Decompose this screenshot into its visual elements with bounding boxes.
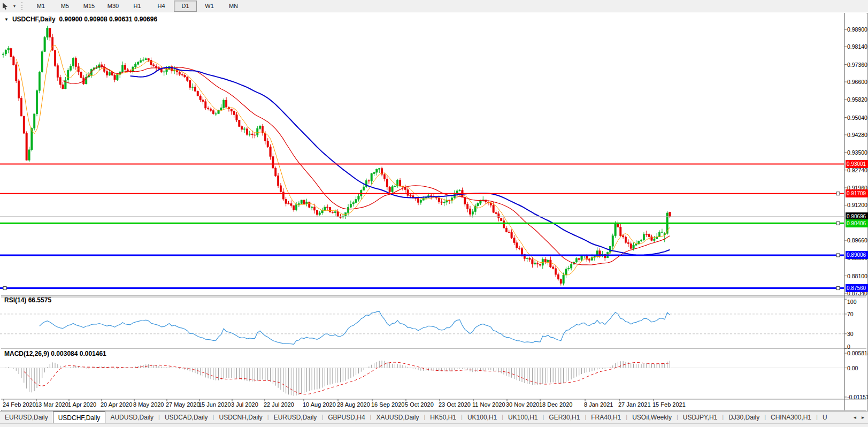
rsi-indicator-label: RSI(14) 66.5575 — [4, 296, 51, 304]
price-tick-label: 0.93500 — [847, 149, 867, 156]
date-tick-label: 27 Jan 2021 — [618, 401, 651, 408]
price-badge-0.89006: 0.89006 — [846, 251, 868, 259]
cursor-tool-button[interactable] — [0, 1, 11, 11]
chart-tab-dj30-daily[interactable]: DJ30,Daily — [724, 411, 764, 424]
price-tick-label: 0.94280 — [847, 132, 867, 138]
tab-scroll-buttons: ◄► — [851, 411, 868, 424]
tab-scroll-right[interactable]: ► — [859, 413, 867, 422]
date-tick-label: 16 Sep 2020 — [371, 401, 404, 408]
hline-handle[interactable] — [836, 254, 840, 257]
timeframe-button-H4[interactable]: H4 — [150, 1, 173, 12]
timeframe-button-M1[interactable]: M1 — [29, 1, 52, 12]
price-tick-label: 0.98900 — [847, 26, 867, 33]
chart-tab-uk100-h1[interactable]: UK100,H1 — [463, 411, 502, 424]
macd-axis-label: -0.011514 — [847, 394, 868, 400]
timeframe-button-M15[interactable]: M15 — [78, 1, 101, 12]
chart-tab-usdcnh-daily[interactable]: USDCNH,Daily — [214, 411, 267, 424]
chart-tab-uk100-h1[interactable]: UK100,H1 — [503, 411, 542, 424]
chart-tabs-bar: EURUSD,DailyUSDCHF,DailyAUDUSD,Daily|USD… — [0, 411, 868, 424]
chart-tab-gbpusd-h4[interactable]: GBPUSD,H4 — [323, 411, 370, 424]
chart-title: ▼ USDCHF,Daily 0.90900 0.90908 0.90631 0… — [4, 16, 157, 23]
toolbar-grip[interactable] — [21, 2, 25, 10]
date-tick-label: 10 Aug 2020 — [303, 401, 336, 408]
chart-tab-xauusd-daily[interactable]: XAUUSD,Daily — [371, 411, 424, 424]
macd-axis-label: 0.00 — [847, 365, 858, 371]
date-tick-label: 24 Feb 2020 — [3, 401, 36, 408]
price-tick-label: 0.95820 — [847, 96, 867, 103]
date-tick-label: 11 Nov 2020 — [472, 401, 505, 408]
date-tick-label: 30 Nov 2020 — [506, 401, 539, 408]
tab-scroll-left[interactable]: ◄ — [851, 413, 859, 422]
chart-canvas[interactable]: 24 Feb 202013 Mar 20201 Apr 202020 Apr 2… — [0, 0, 868, 427]
chart-tab-eurusd-daily[interactable]: EURUSD,Daily — [0, 411, 53, 424]
price-badge-0.91709: 0.91709 — [846, 189, 868, 197]
mt4-application: ▾ M1M5M15M30H1H4D1W1MN 24 Feb 202013 Mar… — [0, 0, 868, 427]
price-tick-label: 0.89660 — [847, 237, 867, 243]
cursor-icon — [2, 2, 9, 10]
date-tick-label: 20 Apr 2020 — [101, 401, 132, 408]
chart-tab-usdcad-daily[interactable]: USDCAD,Daily — [160, 411, 213, 424]
timeframe-button-M30[interactable]: M30 — [102, 1, 125, 12]
date-tick-label: 8 Jan 2021 — [584, 401, 613, 408]
chart-tab-china300-h1[interactable]: CHINA300,H1 — [766, 411, 816, 424]
macd-axis-label: 0.005818 — [847, 350, 868, 356]
price-tick-label: 0.88100 — [847, 273, 867, 279]
timeframe-button-MN[interactable]: MN — [222, 1, 245, 12]
chart-tab-u[interactable]: U — [818, 411, 832, 424]
hline-handle[interactable] — [836, 222, 840, 225]
chart-symbol-label: USDCHF,Daily — [12, 16, 56, 23]
cursor-tool-dropdown[interactable]: ▾ — [11, 1, 18, 11]
hline-handle[interactable] — [3, 287, 6, 290]
timeframe-button-M5[interactable]: M5 — [53, 1, 76, 12]
date-tick-label: 23 Oct 2020 — [439, 401, 471, 408]
date-tick-label: 13 Mar 2020 — [35, 401, 68, 408]
timeframe-button-D1[interactable]: D1 — [174, 1, 197, 12]
date-tick-label: 28 Aug 2020 — [337, 401, 370, 408]
chart-ohlc-values: 0.90900 0.90908 0.90631 0.90696 — [59, 16, 158, 23]
hline-handle[interactable] — [836, 287, 840, 290]
date-tick-label: 22 Jul 2020 — [264, 401, 294, 408]
price-tick-label: 0.96600 — [847, 79, 867, 85]
price-tick-label: 0.91200 — [847, 202, 867, 208]
chart-tab-usdchf-daily[interactable]: USDCHF,Daily — [53, 411, 106, 424]
collapse-arrow-icon[interactable]: ▼ — [4, 17, 9, 22]
price-badge-0.90406: 0.90406 — [846, 219, 868, 227]
price-badge-0.87560: 0.87560 — [846, 284, 868, 292]
chart-tab-usdjpy-h1[interactable]: USDJPY,H1 — [678, 411, 722, 424]
chart-tab-ger30-h1[interactable]: GER30,H1 — [544, 411, 585, 424]
date-tick-label: 5 Oct 2020 — [405, 401, 434, 408]
chart-tab-fra40-h1[interactable]: FRA40,H1 — [586, 411, 626, 424]
status-strip — [0, 423, 868, 427]
hline-handle[interactable] — [836, 192, 840, 195]
price-badge-0.93001: 0.93001 — [846, 160, 868, 168]
date-tick-label: 3 Jul 2020 — [231, 401, 258, 408]
timeframe-toolbar: ▾ M1M5M15M30H1H4D1W1MN — [0, 0, 868, 12]
chart-tab-usoil-weekly[interactable]: USOil,Weekly — [627, 411, 677, 424]
macd-indicator-label: MACD(12,26,9) 0.003084 0.001461 — [4, 350, 106, 357]
rsi-axis-label: 100 — [847, 299, 857, 305]
date-tick-label: 15 Jun 2020 — [198, 401, 231, 408]
timeframe-buttons: M1M5M15M30H1H4D1W1MN — [29, 1, 245, 12]
date-tick-label: 1 Apr 2020 — [68, 401, 96, 408]
date-tick-label: 8 May 2020 — [133, 401, 164, 408]
chart-tab-eurusd-daily[interactable]: EURUSD,Daily — [269, 411, 322, 424]
date-tick-label: 15 Feb 2021 — [652, 401, 686, 408]
timeframe-button-H1[interactable]: H1 — [126, 1, 149, 12]
price-tick-label: 0.95040 — [847, 115, 867, 121]
timeframe-button-W1[interactable]: W1 — [198, 1, 221, 12]
date-tick-label: 27 May 2020 — [166, 401, 200, 408]
price-tick-label: 0.97360 — [847, 62, 867, 68]
rsi-axis-label: 70 — [847, 311, 854, 317]
chart-tab-hk50-h1[interactable]: HK50,H1 — [425, 411, 461, 424]
rsi-axis-label: 0 — [847, 344, 850, 350]
chart-tab-audusd-daily[interactable]: AUDUSD,Daily — [105, 411, 158, 424]
rsi-axis-label: 30 — [847, 331, 854, 337]
price-tick-label: 0.98140 — [847, 43, 867, 50]
date-tick-label: 18 Dec 2020 — [539, 401, 572, 408]
